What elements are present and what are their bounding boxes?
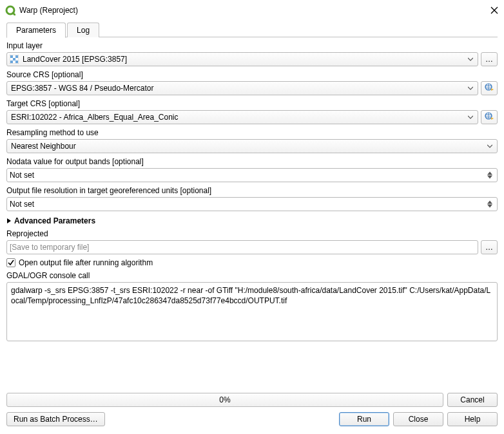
svg-rect-9 xyxy=(13,58,15,61)
resampling-label: Resampling method to use xyxy=(6,128,498,137)
cancel-button[interactable]: Cancel xyxy=(447,393,498,407)
console-output: gdalwarp -s_srs EPSG:3857 -t_srs ESRI:10… xyxy=(6,282,498,341)
svg-rect-12 xyxy=(13,61,15,63)
nodata-input[interactable]: Not set xyxy=(6,168,498,182)
crs-globe-icon xyxy=(484,82,494,95)
spin-buttons[interactable] xyxy=(485,200,494,208)
advanced-label: Advanced Parameters xyxy=(14,216,95,225)
target-crs-combo[interactable]: ESRI:102022 - Africa_Albers_Equal_Area_C… xyxy=(6,110,478,124)
tab-log[interactable]: Log xyxy=(67,23,99,37)
source-crs-select-button[interactable] xyxy=(481,81,498,95)
output-path-placeholder: [Save to temporary file] xyxy=(10,243,475,252)
open-output-checkbox[interactable]: Open output file after running algorithm xyxy=(6,258,498,267)
chevron-down-icon xyxy=(466,86,475,91)
input-layer-combo[interactable]: LandCover 2015 [EPSG:3857] xyxy=(6,52,478,66)
svg-rect-8 xyxy=(10,58,13,61)
svg-rect-11 xyxy=(10,61,13,63)
resampling-combo[interactable]: Nearest Neighbour xyxy=(6,139,498,153)
chevron-down-icon xyxy=(485,144,494,149)
chevron-down-icon xyxy=(466,57,475,62)
spin-buttons[interactable] xyxy=(485,171,494,179)
target-crs-select-button[interactable] xyxy=(481,110,498,124)
source-crs-combo[interactable]: EPSG:3857 - WGS 84 / Pseudo-Mercator xyxy=(6,81,478,95)
svg-marker-21 xyxy=(491,117,494,120)
titlebar: Warp (Reproject) xyxy=(0,0,504,18)
resampling-value: Nearest Neighbour xyxy=(10,142,485,151)
progress-value: 0% xyxy=(219,395,230,404)
svg-rect-6 xyxy=(13,55,15,58)
svg-rect-10 xyxy=(15,58,18,61)
raster-icon xyxy=(10,55,19,64)
help-button[interactable]: Help xyxy=(447,412,498,426)
ellipsis-icon: … xyxy=(485,243,493,252)
crs-globe-icon xyxy=(484,111,494,124)
output-res-value: Not set xyxy=(10,200,485,209)
checkbox-icon xyxy=(6,258,15,267)
input-layer-label: Input layer xyxy=(6,41,498,50)
svg-rect-13 xyxy=(15,61,18,63)
app-icon xyxy=(5,5,15,15)
output-res-label: Output file resolution in target georefe… xyxy=(6,186,498,195)
source-crs-value: EPSG:3857 - WGS 84 / Pseudo-Mercator xyxy=(10,84,466,93)
output-path-browse-button[interactable]: … xyxy=(481,240,498,254)
input-layer-browse-button[interactable]: … xyxy=(481,52,498,66)
window-title: Warp (Reproject) xyxy=(19,6,490,15)
progress-bar: 0% xyxy=(6,393,443,407)
tab-bar: Parameters Log xyxy=(6,22,498,37)
ellipsis-icon: … xyxy=(485,55,493,64)
close-icon[interactable] xyxy=(490,6,499,15)
source-crs-label: Source CRS [optional] xyxy=(6,70,498,79)
open-output-label: Open output file after running algorithm xyxy=(19,258,153,267)
svg-line-1 xyxy=(13,13,15,15)
close-button[interactable]: Close xyxy=(393,412,443,426)
chevron-down-icon xyxy=(466,115,475,120)
run-batch-button[interactable]: Run as Batch Process… xyxy=(6,412,105,426)
reprojected-label: Reprojected xyxy=(6,229,498,238)
nodata-label: Nodata value for output bands [optional] xyxy=(6,157,498,166)
run-button[interactable]: Run xyxy=(339,412,389,426)
tab-parameters[interactable]: Parameters xyxy=(6,23,66,38)
input-layer-value: LandCover 2015 [EPSG:3857] xyxy=(21,55,466,64)
svg-rect-7 xyxy=(15,55,18,58)
triangle-right-icon xyxy=(6,218,12,223)
target-crs-label: Target CRS [optional] xyxy=(6,99,498,108)
target-crs-value: ESRI:102022 - Africa_Albers_Equal_Area_C… xyxy=(10,113,466,122)
nodata-value: Not set xyxy=(10,171,485,180)
svg-rect-5 xyxy=(10,55,13,58)
output-res-input[interactable]: Not set xyxy=(6,197,498,211)
console-label: GDAL/OGR console call xyxy=(6,271,498,280)
output-path-input[interactable]: [Save to temporary file] xyxy=(6,240,478,254)
svg-marker-17 xyxy=(491,88,494,91)
advanced-parameters-toggle[interactable]: Advanced Parameters xyxy=(6,216,498,225)
